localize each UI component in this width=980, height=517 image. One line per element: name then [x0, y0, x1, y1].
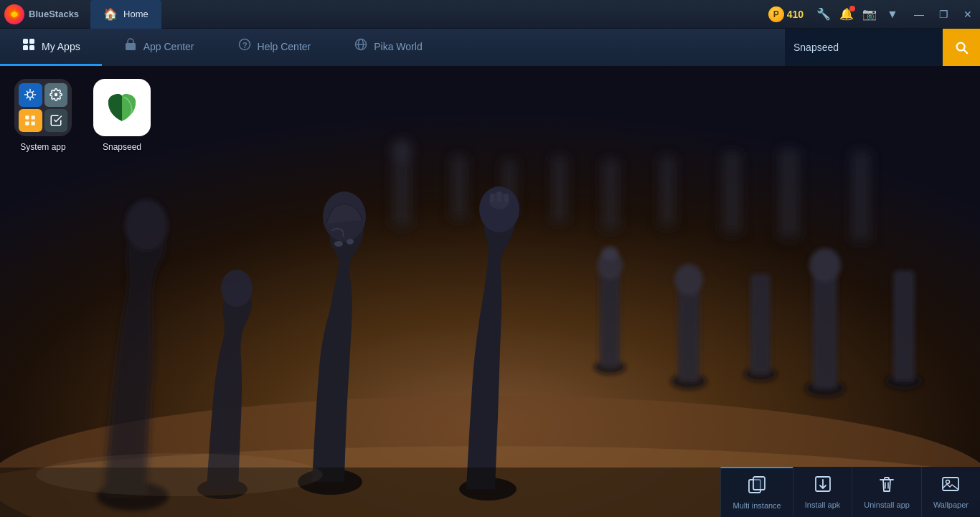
brand-name: BlueStacks — [29, 9, 79, 19]
svg-rect-5 — [29, 45, 34, 50]
my-apps-label: My Apps — [42, 41, 80, 52]
tab-pika-world[interactable]: Pika World — [332, 29, 443, 66]
system-app-item[interactable]: System app — [14, 79, 72, 152]
home-tab-label: Home — [123, 9, 149, 19]
bluestacks-logo — [4, 4, 24, 24]
svg-rect-27 — [660, 156, 674, 224]
svg-rect-31 — [780, 148, 798, 234]
svg-rect-29 — [723, 152, 740, 231]
wallpaper-icon — [941, 475, 960, 498]
svg-rect-2 — [23, 39, 28, 44]
install-apk-button[interactable]: Install apk — [793, 467, 852, 517]
pika-world-label: Pika World — [374, 41, 422, 52]
grid-icon — [22, 37, 36, 55]
svg-rect-71 — [753, 477, 765, 490]
help-icon: ? — [237, 37, 252, 55]
search-input[interactable] — [785, 42, 914, 53]
install-apk-icon — [814, 475, 832, 498]
svg-rect-47 — [893, 270, 915, 381]
svg-rect-19 — [452, 156, 466, 217]
svg-point-65 — [55, 93, 58, 97]
uninstall-icon — [877, 475, 896, 498]
snapseed-app-item[interactable]: Snapseed — [93, 79, 151, 152]
menu-icon-wrapper: ▼ — [881, 3, 904, 26]
coins-area: P 410 — [768, 6, 804, 22]
svg-point-40 — [674, 264, 703, 295]
notification-dot — [849, 6, 855, 11]
svg-rect-67 — [32, 115, 35, 119]
svg-rect-57 — [504, 194, 509, 202]
svg-rect-23 — [552, 156, 567, 220]
bottom-toolbar: Multi instance Install apk Uninstall app — [720, 467, 980, 517]
coin-icon: P — [768, 6, 784, 22]
svg-rect-4 — [23, 45, 28, 50]
menu-icon[interactable]: ▼ — [881, 3, 904, 26]
minimize-button[interactable]: — — [907, 2, 931, 27]
restore-button[interactable]: ❐ — [931, 2, 956, 27]
svg-rect-3 — [29, 39, 34, 44]
snapseed-icon — [93, 79, 151, 136]
coin-count: 410 — [787, 9, 804, 20]
tab-app-center[interactable]: App Center — [102, 29, 216, 66]
camera-icon-wrapper: 📷 — [858, 3, 881, 26]
svg-rect-39 — [678, 281, 699, 381]
svg-point-17 — [392, 139, 412, 162]
help-center-label: Help Center — [258, 41, 311, 52]
system-app-icon — [14, 79, 72, 136]
shop-icon — [123, 37, 138, 55]
multi-instance-label: Multi instance — [732, 501, 781, 510]
wrench-icon-wrapper: 🔧 — [812, 3, 835, 26]
svg-rect-6 — [126, 43, 136, 50]
svg-point-50 — [334, 241, 343, 247]
svg-rect-68 — [26, 121, 29, 125]
snapseed-label: Snapseed — [103, 142, 141, 152]
svg-rect-44 — [813, 267, 837, 389]
svg-rect-69 — [32, 121, 35, 125]
multi-instance-icon — [748, 475, 766, 498]
bell-icon[interactable]: 🔔 — [835, 3, 858, 26]
wrench-icon[interactable]: 🔧 — [812, 3, 835, 26]
svg-point-45 — [809, 248, 841, 283]
tab-my-apps[interactable]: My Apps — [0, 29, 102, 66]
home-icon: 🏠 — [103, 7, 118, 21]
search-wrapper — [785, 29, 943, 66]
win-controls: — ❐ ✕ — [907, 2, 980, 27]
app-cell-4 — [44, 109, 68, 133]
app-cell-3 — [19, 109, 42, 133]
svg-rect-75 — [943, 478, 958, 490]
svg-text:?: ? — [242, 41, 248, 49]
tab-help-center[interactable]: ? Help Center — [216, 29, 333, 66]
nav-bar: My Apps App Center ? Help Center Pik — [0, 29, 980, 66]
title-bar: BlueStacks 🏠 Home P 410 🔧 🔔 📷 ▼ — ❐ ✕ — [0, 0, 980, 29]
svg-point-63 — [36, 453, 323, 496]
svg-point-64 — [28, 93, 34, 98]
uninstall-app-button[interactable]: Uninstall app — [852, 467, 921, 517]
app-center-label: App Center — [143, 41, 194, 52]
svg-point-51 — [347, 239, 354, 245]
app-cell-2 — [44, 83, 68, 107]
globe-icon — [354, 37, 368, 55]
svg-point-59 — [221, 270, 253, 307]
wallpaper-button[interactable]: Wallpaper — [921, 467, 980, 517]
app-cell-1 — [19, 83, 42, 107]
uninstall-app-label: Uninstall app — [864, 501, 910, 509]
svg-rect-25 — [603, 159, 618, 227]
multi-instance-button[interactable]: Multi instance — [720, 467, 792, 517]
svg-rect-16 — [393, 152, 410, 224]
svg-point-76 — [946, 480, 950, 484]
search-area — [444, 29, 980, 66]
bell-icon-wrapper: 🔔 — [835, 3, 858, 26]
apps-area: System app Snapseed — [14, 79, 151, 152]
svg-rect-33 — [852, 151, 870, 238]
svg-rect-35 — [600, 267, 620, 367]
home-tab[interactable]: 🏠 Home — [90, 0, 161, 29]
install-apk-label: Install apk — [805, 501, 841, 509]
svg-rect-56 — [497, 191, 501, 202]
search-button[interactable] — [943, 29, 980, 66]
close-button[interactable]: ✕ — [956, 2, 980, 27]
system-app-label: System app — [20, 142, 65, 152]
main-content: System app Snapseed — [0, 66, 980, 517]
camera-icon[interactable]: 📷 — [858, 3, 881, 26]
svg-rect-66 — [26, 115, 29, 119]
svg-rect-42 — [750, 274, 771, 374]
